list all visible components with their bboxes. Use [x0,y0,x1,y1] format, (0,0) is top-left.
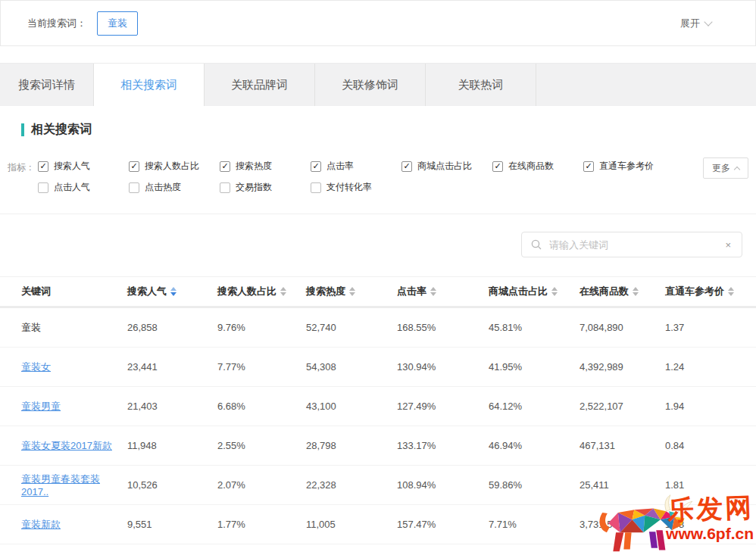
current-keyword-tag[interactable]: 童装 [97,11,138,36]
column-header-6[interactable]: 在线商品数 [579,285,665,298]
checkbox-unchecked-icon[interactable] [129,182,139,193]
tab-2[interactable]: 关联品牌词 [205,64,315,106]
keywords-table: 关键词搜索人气搜索人数占比搜索热度点击率商城点击占比在线商品数直通车参考价 童装… [0,276,756,544]
keyword-cell[interactable]: 童装新款 [21,518,127,532]
column-header-4[interactable]: 点击率 [397,285,489,298]
keyword-cell[interactable]: 童装男童 [21,400,127,413]
tab-0[interactable]: 搜索词详情 [0,64,94,106]
keyword-search-box: × [521,232,742,257]
metric-checkbox-item[interactable]: 点击热度 [129,181,220,194]
chevron-up-icon [734,167,740,173]
sort-icon[interactable] [170,287,177,296]
column-header-3[interactable]: 搜索热度 [306,285,397,298]
column-header-1[interactable]: 搜索人气 [127,285,217,298]
metric-label: 点击人气 [54,181,90,194]
value-cell-3: 130.94% [397,361,489,373]
column-header-0: 关键词 [21,285,127,298]
value-cell-6: 1.94 [665,401,756,412]
table-header: 关键词搜索人气搜索人数占比搜索热度点击率商城点击占比在线商品数直通车参考价 [0,276,756,308]
checkbox-checked-icon[interactable]: ✓ [583,161,594,172]
column-label: 点击率 [397,285,426,298]
sort-icon[interactable] [728,287,734,296]
metric-checkbox-item[interactable]: ✓点击率 [311,160,401,173]
checkbox-unchecked-icon[interactable] [220,182,230,193]
metric-row-0: ✓搜索人气✓搜索人数占比✓搜索热度✓点击率✓商城点击占比✓在线商品数✓直通车参考… [38,160,674,173]
tab-1[interactable]: 相关搜索词 [94,64,205,106]
value-cell-1: 9.76% [217,322,306,333]
metric-checkbox-item[interactable]: ✓在线商品数 [492,160,583,173]
column-label: 商城点击占比 [489,285,548,298]
more-button[interactable]: 更多 [703,157,748,179]
metrics-panel: 指标： ✓搜索人气✓搜索人数占比✓搜索热度✓点击率✓商城点击占比✓在线商品数✓直… [0,160,756,194]
section-divider [0,214,756,214]
metric-label: 点击率 [326,160,354,173]
tab-3[interactable]: 关联修饰词 [315,64,426,106]
search-input[interactable] [548,239,717,251]
value-cell-6: 0.84 [665,440,756,451]
chevron-down-icon [704,17,712,26]
sort-icon[interactable] [633,287,639,296]
keyword-cell[interactable]: 童装女夏装2017新款 [21,439,127,453]
metric-label: 在线商品数 [508,160,554,173]
metric-checkbox-item[interactable]: 支付转化率 [311,181,401,194]
checkbox-checked-icon[interactable]: ✓ [38,161,48,172]
value-cell-2: 11,005 [306,519,397,530]
checkbox-checked-icon[interactable]: ✓ [129,161,139,172]
value-cell-0: 23,441 [127,361,217,373]
checkbox-checked-icon[interactable]: ✓ [492,161,503,172]
column-header-2[interactable]: 搜索人数占比 [217,285,306,298]
metric-checkbox-item[interactable]: ✓搜索人气 [38,160,129,173]
value-cell-2: 22,328 [306,479,397,491]
sort-icon[interactable] [280,287,286,296]
value-cell-5: 25,411 [579,479,665,491]
metric-row-1: 点击人气点击热度交易指数支付转化率 [38,181,674,194]
value-cell-6: 1.24 [665,361,756,373]
value-cell-1: 7.77% [217,361,306,373]
checkbox-checked-icon[interactable]: ✓ [401,161,412,172]
value-cell-0: 21,403 [127,401,217,412]
value-cell-3: 133.17% [397,440,489,451]
column-header-5[interactable]: 商城点击占比 [489,285,579,298]
metric-label: 搜索热度 [236,160,272,173]
checkbox-checked-icon[interactable]: ✓ [311,161,321,172]
value-cell-2: 52,740 [306,322,397,333]
column-header-7[interactable]: 直通车参考价 [665,285,756,298]
metric-checkbox-item[interactable]: 点击人气 [38,181,129,194]
sort-icon[interactable] [349,287,355,296]
main-content: 相关搜索词 指标： ✓搜索人气✓搜索人数占比✓搜索热度✓点击率✓商城点击占比✓在… [0,106,756,544]
metric-checkbox-item[interactable]: ✓搜索人数占比 [129,160,220,173]
value-cell-6: 1.33 [665,519,756,530]
metric-checkbox-item[interactable]: ✓商城点击占比 [401,160,492,173]
search-icon [531,239,542,250]
sort-icon[interactable] [430,287,436,296]
expand-label: 展开 [680,17,700,30]
value-cell-1: 2.55% [217,440,306,451]
keyword-cell[interactable]: 童装男童春装套装2017.. [21,472,127,497]
value-cell-4: 59.86% [489,479,579,491]
value-cell-5: 2,522,107 [579,401,665,412]
column-label: 直通车参考价 [665,285,724,298]
sort-icon[interactable] [551,287,558,296]
value-cell-5: 7,084,890 [579,322,665,333]
metric-checkbox-item[interactable]: ✓搜索热度 [220,160,311,173]
value-cell-0: 11,948 [127,440,217,451]
section-title: 相关搜索词 [21,122,756,138]
table-row: 童装26,8589.76%52,740168.55%45.81%7,084,89… [0,308,756,348]
metric-checkbox-item[interactable]: 交易指数 [220,181,311,194]
metric-label: 商城点击占比 [417,160,472,173]
checkbox-unchecked-icon[interactable] [311,182,321,193]
checkbox-unchecked-icon[interactable] [38,182,48,193]
column-label: 关键词 [21,285,51,298]
metrics-checkbox-rows: ✓搜索人气✓搜索人数占比✓搜索热度✓点击率✓商城点击占比✓在线商品数✓直通车参考… [38,160,674,194]
title-accent-bar [21,123,24,136]
clear-icon[interactable]: × [723,239,733,251]
value-cell-6: 1.81 [665,479,756,491]
column-label: 在线商品数 [579,285,629,298]
metric-label: 支付转化率 [326,181,372,194]
value-cell-4: 46.94% [489,440,579,451]
tab-4[interactable]: 关联热词 [426,64,536,106]
keyword-cell[interactable]: 童装女 [21,360,127,374]
expand-button[interactable]: 展开 [680,17,711,30]
checkbox-checked-icon[interactable]: ✓ [220,161,230,172]
metric-checkbox-item[interactable]: ✓直通车参考价 [583,160,674,173]
